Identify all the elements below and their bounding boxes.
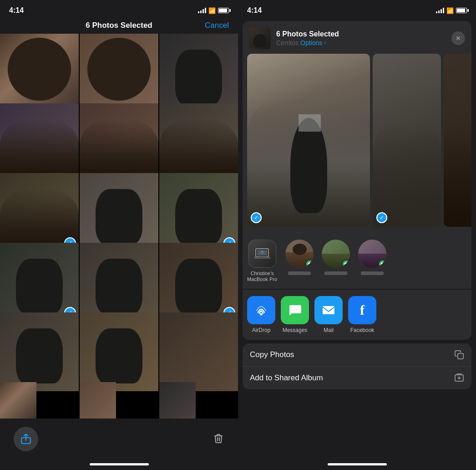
app-messages[interactable]: Messages bbox=[281, 296, 309, 333]
share-button[interactable] bbox=[14, 427, 38, 451]
macbook-icon bbox=[254, 247, 270, 261]
share-location: Cerritos bbox=[276, 39, 299, 46]
time-right: 4:14 bbox=[247, 6, 262, 15]
wifi-icon-right: 📶 bbox=[446, 7, 454, 14]
share-header: 6 Photos Selected Cerritos Options › ✕ bbox=[243, 21, 471, 54]
time-left: 4:14 bbox=[9, 6, 24, 15]
trash-button[interactable] bbox=[213, 432, 224, 446]
app-mail[interactable]: Mail bbox=[314, 296, 343, 333]
grid-cell-5[interactable] bbox=[80, 103, 158, 182]
left-phone: 4:14 📶 6 Photos Selected Cancel bbox=[0, 0, 238, 470]
contact-macbook[interactable]: Christine'sMacBook Pro bbox=[247, 240, 277, 282]
facebook-icon: f bbox=[348, 296, 376, 324]
action-add-album[interactable]: Add to Shared Album bbox=[243, 367, 471, 389]
status-icons-right: 📶 bbox=[436, 7, 467, 14]
photo-strip[interactable]: ✓ ✓ bbox=[243, 54, 471, 233]
message-badge-2: 💬 bbox=[342, 260, 350, 268]
chevron-icon: › bbox=[324, 40, 326, 46]
grid-cell-10[interactable]: ✓ bbox=[0, 243, 79, 322]
options-button[interactable]: Options bbox=[300, 39, 322, 46]
svg-rect-8 bbox=[458, 353, 463, 359]
wifi-icon: 📶 bbox=[208, 7, 216, 14]
home-indicator-right bbox=[328, 463, 387, 465]
messages-bubble-icon bbox=[287, 302, 303, 318]
strip-photo-3[interactable] bbox=[444, 54, 471, 227]
contact-name-macbook: Christine'sMacBook Pro bbox=[247, 271, 277, 282]
messages-label: Messages bbox=[283, 327, 308, 333]
contact-person-1[interactable]: 💬 bbox=[285, 240, 314, 282]
grid-cell-13[interactable] bbox=[0, 312, 79, 391]
strip-photo-1[interactable]: ✓ bbox=[247, 54, 370, 227]
contact-person-3[interactable]: 💬 bbox=[358, 240, 386, 282]
grid-cell-3[interactable] bbox=[159, 34, 238, 112]
contact-name-1-blurred bbox=[288, 271, 311, 275]
grid-cell-18[interactable] bbox=[159, 382, 196, 419]
share-info: 6 Photos Selected Cerritos Options › bbox=[276, 30, 446, 46]
avatar-3: 💬 bbox=[358, 240, 386, 268]
contact-person-2[interactable]: 💬 bbox=[322, 240, 350, 282]
facebook-f-icon: f bbox=[360, 302, 365, 318]
strip-check-1: ✓ bbox=[251, 212, 262, 223]
photo-grid[interactable]: ✓ ✓ ✓ ✓ bbox=[0, 34, 238, 419]
facebook-label: Facebook bbox=[350, 327, 375, 333]
grid-cell-2[interactable] bbox=[80, 34, 158, 112]
signal-icon-right bbox=[436, 8, 444, 13]
contact-name-2-blurred bbox=[324, 271, 347, 275]
signal-icon bbox=[198, 8, 206, 13]
share-thumbnail bbox=[249, 27, 271, 49]
macbook-avatar bbox=[248, 240, 276, 268]
airdrop-waves-icon bbox=[253, 302, 269, 318]
copy-icon bbox=[454, 350, 464, 360]
messages-icon bbox=[281, 296, 309, 324]
status-bar-right: 4:14 📶 bbox=[238, 0, 476, 17]
app-facebook[interactable]: f Facebook bbox=[348, 296, 376, 333]
grid-cell-9[interactable]: ✓ bbox=[159, 173, 238, 252]
message-badge-3: 💬 bbox=[378, 260, 386, 268]
album-icon bbox=[454, 373, 464, 383]
page-title-left: 6 Photos Selected bbox=[86, 21, 152, 30]
contact-name-3-blurred bbox=[361, 271, 384, 275]
cancel-button[interactable]: Cancel bbox=[205, 21, 229, 30]
add-album-label: Add to Shared Album bbox=[250, 373, 323, 383]
action-list: Copy Photos Add to Shared Album bbox=[243, 343, 471, 389]
share-subtitle: Cerritos Options › bbox=[276, 39, 446, 46]
message-badge-1: 💬 bbox=[305, 260, 314, 268]
grid-cell-11[interactable] bbox=[80, 243, 158, 322]
app-row: AirDrop Messages Mail bbox=[243, 290, 471, 340]
contacts-row: Christine'sMacBook Pro 💬 bbox=[243, 233, 471, 289]
grid-cell-7[interactable]: ✓ bbox=[0, 173, 79, 252]
grid-cell-1[interactable] bbox=[0, 34, 79, 112]
share-title: 6 Photos Selected bbox=[276, 30, 446, 38]
grid-cell-17[interactable] bbox=[80, 382, 116, 419]
mail-icon bbox=[314, 296, 343, 324]
strip-check-2: ✓ bbox=[376, 212, 387, 223]
grid-cell-14[interactable] bbox=[80, 312, 158, 391]
grid-cell-6[interactable] bbox=[159, 103, 238, 182]
status-icons-left: 📶 bbox=[198, 7, 229, 14]
bottom-bar-left bbox=[0, 419, 238, 460]
grid-cell-4[interactable] bbox=[0, 103, 79, 182]
mail-label: Mail bbox=[324, 327, 334, 333]
close-icon: ✕ bbox=[456, 35, 461, 42]
avatar-1: 💬 bbox=[285, 240, 314, 268]
battery-icon-right bbox=[456, 8, 467, 13]
svg-rect-7 bbox=[323, 306, 334, 314]
airdrop-label: AirDrop bbox=[252, 327, 271, 333]
share-sheet: 6 Photos Selected Cerritos Options › ✕ bbox=[238, 17, 476, 460]
grid-cell-16[interactable] bbox=[0, 382, 36, 419]
grid-cell-12[interactable]: ✓ bbox=[159, 243, 238, 322]
svg-point-6 bbox=[260, 313, 263, 316]
grid-cell-8[interactable] bbox=[80, 173, 158, 252]
trash-icon bbox=[213, 432, 224, 444]
share-icon bbox=[20, 433, 32, 445]
close-share-button[interactable]: ✕ bbox=[451, 31, 465, 45]
home-indicator-left bbox=[90, 463, 149, 465]
svg-point-3 bbox=[262, 253, 263, 254]
app-airdrop[interactable]: AirDrop bbox=[247, 296, 275, 333]
copy-photos-label: Copy Photos bbox=[250, 350, 294, 359]
strip-photo-2[interactable]: ✓ bbox=[373, 54, 441, 227]
action-copy-photos[interactable]: Copy Photos bbox=[243, 343, 471, 367]
battery-icon bbox=[218, 8, 229, 13]
grid-cell-15[interactable] bbox=[159, 312, 238, 391]
avatar-2: 💬 bbox=[322, 240, 350, 268]
